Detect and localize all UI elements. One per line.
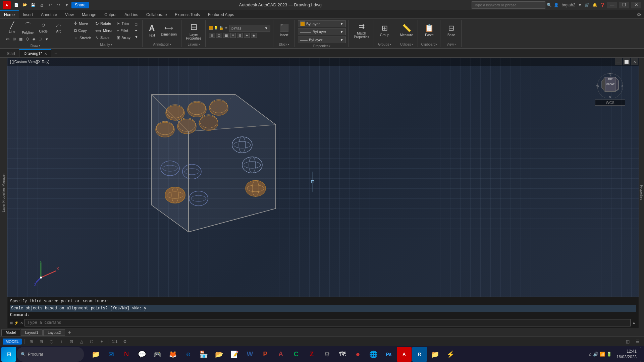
clipboard-group-label[interactable]: Clipboard ▾	[421, 42, 438, 47]
layer-btn5[interactable]: ⊟	[237, 33, 243, 38]
layers-label[interactable]	[239, 42, 240, 47]
whatsapp-taskbar[interactable]: 💬	[135, 347, 149, 362]
boundary-tool[interactable]: ⬡	[24, 36, 31, 42]
color-dropdown[interactable]: ByLayer ▼	[298, 20, 346, 27]
gradient-tool[interactable]: ▦	[18, 36, 24, 42]
edge-taskbar[interactable]: e	[181, 347, 196, 362]
discord-taskbar[interactable]: 🎮	[150, 347, 165, 362]
coreldraw-taskbar[interactable]: C	[289, 347, 304, 362]
tab-output[interactable]: Output	[100, 10, 120, 18]
cmd-close-btn[interactable]: ✕	[20, 321, 23, 325]
taskbar-clock[interactable]: 12:41 16/03/2023	[614, 349, 639, 360]
layer-dropdown[interactable]: pintas ▼	[229, 25, 270, 32]
tab-extra[interactable]: ⚙	[634, 10, 644, 18]
lineweight-dropdown[interactable]: —— ByLayer ▼	[298, 37, 346, 43]
ortho-toggle[interactable]: ◌	[48, 338, 55, 345]
modify-more[interactable]: ▼	[133, 34, 140, 40]
properties-group-label[interactable]: Properties ▾	[313, 44, 331, 49]
layout-tab-2[interactable]: Layout2	[43, 329, 65, 336]
viewport-close[interactable]: ✕	[631, 58, 638, 65]
viewport-scale[interactable]: 1:1	[111, 338, 118, 345]
layer-btn1[interactable]: ⊞	[209, 33, 215, 38]
share-button[interactable]: Share	[71, 2, 89, 8]
isolation-btn[interactable]: ◫	[624, 338, 631, 345]
polar-toggle[interactable]: ↑	[58, 338, 65, 345]
modify-group-label[interactable]: Modify ▾	[100, 42, 112, 47]
close-button[interactable]: ✕	[631, 2, 641, 8]
qa-dropdown[interactable]: ▼	[63, 1, 70, 9]
region-tool[interactable]: ◈	[31, 36, 37, 42]
firefox-taskbar[interactable]: 🦊	[165, 347, 180, 362]
tray-icon-1[interactable]: ⌂	[589, 352, 592, 357]
copy-tool[interactable]: ⧉ Copy	[72, 27, 93, 34]
tab-express[interactable]: Express Tools	[171, 10, 204, 18]
rotate-tool[interactable]: ↻ Rotate	[94, 20, 114, 27]
search-icon[interactable]: 🔍	[547, 3, 552, 7]
groups-group-label[interactable]: Groups ▾	[378, 42, 391, 47]
search-input[interactable]	[472, 1, 545, 9]
command-input[interactable]	[24, 319, 631, 326]
maps-taskbar[interactable]: 🗺	[335, 347, 350, 362]
ps-taskbar[interactable]: Ps	[381, 347, 396, 362]
access-taskbar[interactable]: A	[273, 347, 288, 362]
layer-btn6[interactable]: ✦	[244, 33, 250, 38]
app3-taskbar[interactable]: ⚡	[443, 347, 458, 362]
tray-icon-4[interactable]: 🔋	[606, 352, 612, 357]
draw-group-label[interactable]: Draw ▾	[31, 43, 40, 48]
start-tab[interactable]: Start	[3, 50, 19, 57]
revit-taskbar[interactable]: R	[412, 347, 427, 362]
paste-tool[interactable]: 📋 Paste	[422, 23, 437, 38]
insert-tool[interactable]: ⬛ Insert	[277, 23, 291, 38]
ducs-toggle[interactable]: ⬡	[88, 338, 95, 345]
stretch-tool[interactable]: ↔ Stretch	[72, 35, 93, 41]
redo-button[interactable]: ↪	[55, 1, 62, 9]
measure-tool[interactable]: 📏 Measure	[398, 23, 415, 38]
filezilla-taskbar[interactable]: Z	[304, 347, 319, 362]
base-tool[interactable]: ⊟ Base	[444, 23, 459, 38]
maximize-button[interactable]: ❐	[619, 2, 629, 8]
draw-extra[interactable]: ▼	[44, 36, 50, 42]
osnap-toggle[interactable]: ⊡	[68, 338, 75, 345]
tab-insert[interactable]: Insert	[19, 10, 37, 18]
tray-icon-3[interactable]: 📶	[600, 352, 605, 357]
new-tab-button[interactable]: +	[52, 49, 60, 57]
layer-btn4[interactable]: ≡	[230, 33, 236, 38]
block-group-label[interactable]: Block ▾	[279, 42, 289, 47]
dimension-tool[interactable]: ⟷ Dimension	[159, 23, 178, 37]
undo-button[interactable]: ↩	[46, 1, 54, 9]
utilities-group-label[interactable]: Utilities ▾	[400, 42, 413, 47]
open-button[interactable]: 📂	[21, 1, 29, 9]
tab-close-btn[interactable]: ✕	[44, 52, 47, 56]
match-properties-tool[interactable]: ⇉ MatchProperties	[352, 21, 371, 40]
tab-manage[interactable]: Manage	[78, 10, 100, 18]
show-desktop-btn[interactable]: ​	[640, 347, 643, 362]
view-cube[interactable]: N S W E TOP	[595, 68, 625, 106]
dropdown-icon[interactable]: ▼	[578, 3, 582, 7]
app2-taskbar[interactable]: ●	[351, 347, 365, 362]
layer-btn7[interactable]: ◈	[251, 33, 257, 38]
wcs-label[interactable]: WCS	[595, 100, 625, 106]
mirror-tool[interactable]: ⟺ Mirror	[94, 27, 114, 34]
snap-toggle[interactable]: ⊟	[38, 338, 45, 345]
rect-tool[interactable]: ▭	[5, 36, 11, 42]
move-tool[interactable]: ✛ Move	[72, 20, 93, 26]
layer-btn2[interactable]: ⊡	[216, 33, 222, 38]
matchprops-group-label[interactable]	[361, 42, 362, 47]
mail-taskbar[interactable]: ✉	[104, 347, 118, 362]
save-button[interactable]: 💾	[30, 1, 37, 9]
new-layout-button[interactable]: +	[66, 329, 73, 336]
array-tool[interactable]: ⊞ Array	[115, 35, 132, 41]
table-tool[interactable]: ⊡	[37, 36, 43, 42]
store-taskbar[interactable]: 🏪	[196, 347, 211, 362]
grid-toggle[interactable]: ⊞	[28, 338, 35, 345]
cmd-expand-btn[interactable]: ▲	[632, 320, 636, 325]
notes-taskbar[interactable]: 📝	[227, 347, 242, 362]
help-icon[interactable]: ❓	[600, 3, 605, 7]
layout-tab-1[interactable]: Layout1	[21, 329, 43, 336]
view-cube-svg[interactable]: N S W E TOP	[595, 68, 625, 98]
hatch-tool[interactable]: ⊞	[11, 36, 17, 42]
layer-properties-tool[interactable]: ⊟ LayerProperties	[184, 21, 203, 41]
tab-annotate[interactable]: Annotate	[37, 10, 61, 18]
layers-group-label[interactable]: Layers ▾	[188, 42, 200, 47]
explorer2-taskbar[interactable]: 📁	[428, 347, 442, 362]
